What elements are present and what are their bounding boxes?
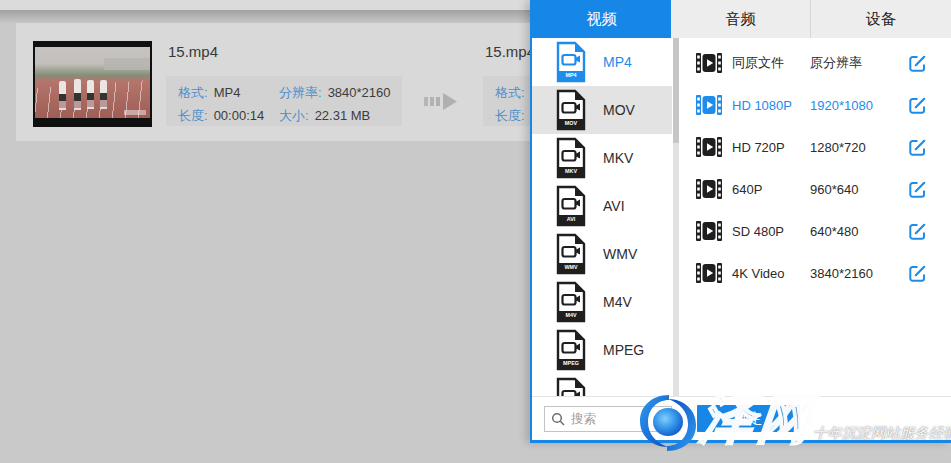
- file-format-icon: MKV: [554, 137, 588, 179]
- filmstrip-icon: [696, 53, 722, 73]
- filmstrip-icon: [696, 221, 722, 241]
- edit-profile-icon[interactable]: [908, 138, 927, 157]
- profile-640p[interactable]: 640P 960*640: [682, 168, 951, 210]
- format-list-scrollbar[interactable]: [673, 38, 679, 396]
- edit-profile-icon[interactable]: [908, 222, 927, 241]
- size-label: 大小:: [279, 107, 309, 125]
- resolution-value: 3840*2160: [328, 84, 391, 102]
- format-label: 格式:: [495, 84, 525, 102]
- profile-list: 同原文件 原分辨率 HD 1080P 1920*1080: [682, 38, 951, 397]
- tab-audio[interactable]: 音频: [671, 0, 811, 38]
- file-format-icon: M4V: [554, 281, 588, 323]
- filmstrip-icon: [696, 137, 722, 157]
- format-item-mov[interactable]: MOV MOV: [532, 86, 672, 134]
- edit-profile-icon[interactable]: [908, 96, 927, 115]
- format-list: MP4 MP4 MOV MOV: [532, 38, 672, 397]
- thumbnail-watermark: [124, 110, 146, 115]
- filmstrip-icon: [696, 179, 722, 199]
- format-item-mpeg[interactable]: MPEG MPEG: [532, 326, 672, 374]
- duration-label: 长度:: [178, 107, 208, 125]
- file-format-icon: WMV: [554, 233, 588, 275]
- video-thumbnail-image: [35, 47, 150, 118]
- profile-same-as-source[interactable]: 同原文件 原分辨率: [682, 42, 951, 84]
- format-item-m4v[interactable]: M4V M4V: [532, 278, 672, 326]
- edit-profile-icon[interactable]: [908, 264, 927, 283]
- tab-video[interactable]: 视频: [532, 0, 671, 38]
- file-format-icon: MP4: [554, 41, 588, 83]
- edit-profile-icon[interactable]: [908, 54, 927, 73]
- format-value: MP4: [214, 84, 241, 102]
- size-value: 22.31 MB: [315, 107, 371, 125]
- source-file-title: 15.mp4: [168, 43, 218, 60]
- file-format-icon: [554, 377, 588, 397]
- search-input[interactable]: [569, 411, 671, 427]
- profile-hd-720p[interactable]: HD 720P 1280*720: [682, 126, 951, 168]
- profile-hd-1080p[interactable]: HD 1080P 1920*1080: [682, 84, 951, 126]
- file-format-icon: AVI: [554, 185, 588, 227]
- tab-device[interactable]: 设备: [811, 0, 951, 38]
- confirm-button[interactable]: 确定: [697, 405, 800, 432]
- resolution-label: 分辨率:: [279, 84, 322, 102]
- popup-tabbar: 视频 音频 设备: [532, 0, 951, 38]
- filmstrip-icon: [696, 95, 722, 115]
- file-format-icon: MOV: [554, 89, 588, 131]
- edit-profile-icon[interactable]: [908, 180, 927, 199]
- duration-value: 00:00:14: [214, 107, 265, 125]
- filmstrip-icon: [696, 263, 722, 283]
- profile-4k-video[interactable]: 4K Video 3840*2160: [682, 252, 951, 294]
- format-label: 格式:: [178, 84, 208, 102]
- format-item-mp4[interactable]: MP4 MP4: [532, 38, 672, 86]
- format-item-mkv[interactable]: MKV MKV: [532, 134, 672, 182]
- file-format-icon: MPEG: [554, 329, 588, 371]
- convert-arrow-icon: [424, 89, 460, 113]
- format-item-partial[interactable]: [532, 374, 672, 397]
- format-item-avi[interactable]: AVI AVI: [532, 182, 672, 230]
- app-window: 15.mp4 格式:MP4 分辨率:3840*2160 长度:00:00:14 …: [0, 0, 951, 463]
- source-file-info: 格式:MP4 分辨率:3840*2160 长度:00:00:14 大小:22.3…: [166, 76, 402, 126]
- profile-sd-480p[interactable]: SD 480P 640*480: [682, 210, 951, 252]
- duration-label: 长度:: [495, 107, 525, 125]
- search-icon: [551, 412, 565, 426]
- target-file-title: 15.mp4: [485, 43, 535, 60]
- popup-footer: 确定: [532, 396, 951, 440]
- video-thumbnail: [33, 41, 152, 127]
- output-format-popup: 视频 音频 设备 MP4 MP4: [530, 0, 951, 443]
- format-item-wmv[interactable]: WMV WMV: [532, 230, 672, 278]
- search-box: [544, 406, 672, 432]
